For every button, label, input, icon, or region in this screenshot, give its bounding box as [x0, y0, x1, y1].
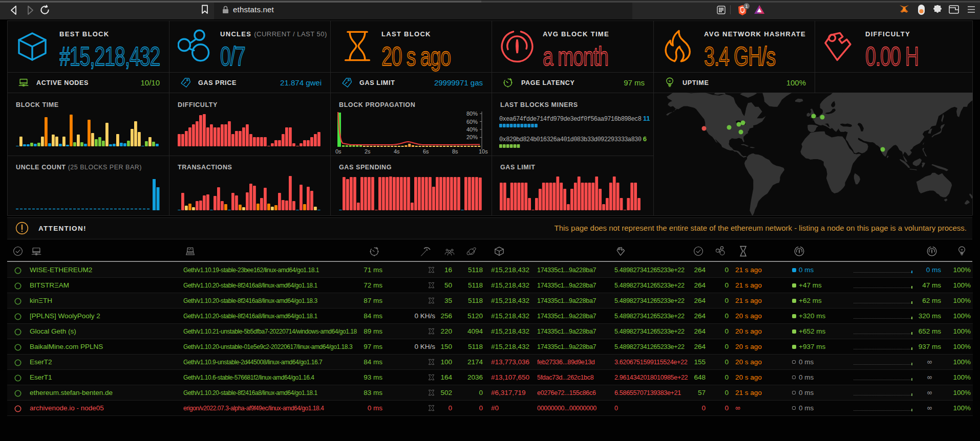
svg-text:80%: 80% [466, 111, 478, 117]
svg-text:40%: 40% [466, 126, 478, 133]
svg-text:0/7: 0/7 [220, 42, 245, 71]
svg-text:10s: 10s [479, 148, 488, 155]
svg-text:20%: 20% [466, 134, 478, 140]
svg-text:20 s ago: 20 s ago [381, 42, 451, 71]
svg-text:a month: a month [543, 42, 608, 71]
svg-text:6s: 6s [423, 148, 429, 155]
svg-text:2s: 2s [365, 148, 371, 155]
svg-text:8s: 8s [452, 148, 458, 155]
svg-text:0s: 0s [335, 148, 342, 155]
svg-text:60%: 60% [466, 119, 478, 125]
svg-text:0.00 H: 0.00 H [865, 42, 919, 71]
svg-text:3.4 GH/s: 3.4 GH/s [704, 42, 776, 71]
svg-text:4s: 4s [394, 148, 400, 155]
svg-text:#15,218,432: #15,218,432 [59, 42, 160, 71]
